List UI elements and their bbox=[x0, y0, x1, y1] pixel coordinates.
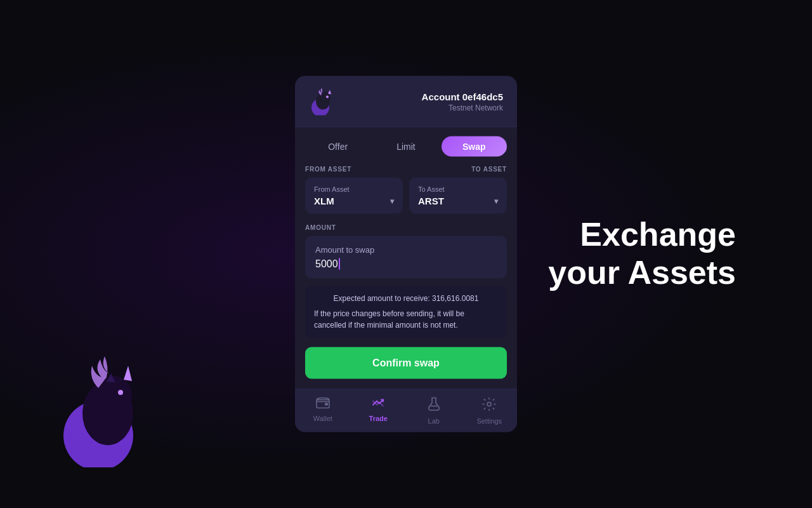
nav-item-settings[interactable]: Settings bbox=[462, 390, 518, 432]
svg-rect-12 bbox=[325, 403, 328, 406]
tab-bar: Offer Limit Swap bbox=[295, 128, 517, 166]
nav-trade-label: Trade bbox=[369, 415, 388, 422]
svg-marker-9 bbox=[328, 90, 331, 95]
main-card: Account 0ef46dc5 Testnet Network Offer L… bbox=[295, 76, 517, 432]
amount-section: AMOUNT Amount to swap 5000 bbox=[295, 219, 517, 279]
asset-labels: FROM ASSET TO ASSET bbox=[305, 166, 507, 173]
app-logo bbox=[309, 88, 337, 116]
svg-point-4 bbox=[118, 390, 123, 395]
logo-area bbox=[51, 353, 165, 470]
amount-value-text: 5000 bbox=[315, 258, 338, 270]
from-asset-label: FROM ASSET bbox=[305, 166, 351, 173]
expected-prefix: Expected amount to receive: bbox=[334, 294, 430, 303]
nav-item-wallet[interactable]: Wallet bbox=[295, 390, 351, 432]
amount-input-title: Amount to swap bbox=[315, 245, 497, 255]
amount-input-box[interactable]: Amount to swap 5000 bbox=[305, 236, 507, 279]
amount-input-value: 5000 bbox=[315, 258, 497, 270]
bottom-nav: Wallet Trade Lab bbox=[295, 389, 517, 432]
account-info: Account 0ef46dc5 Testnet Network bbox=[422, 91, 503, 112]
from-asset-chevron-icon: ▾ bbox=[390, 196, 394, 205]
nav-wallet-label: Wallet bbox=[313, 415, 332, 422]
to-asset-value: ARST ▾ bbox=[418, 196, 498, 206]
account-label: Account 0ef46dc5 bbox=[422, 91, 503, 102]
tab-offer[interactable]: Offer bbox=[305, 137, 370, 157]
nav-lab-label: Lab bbox=[428, 417, 440, 425]
trade-icon bbox=[371, 398, 385, 412]
to-asset-dropdown-label: To Asset bbox=[418, 185, 498, 193]
tagline: Exchange your Assets bbox=[548, 216, 736, 292]
info-box: Expected amount to receive: 316,616.0081… bbox=[305, 286, 507, 338]
nav-settings-label: Settings bbox=[476, 417, 502, 425]
wallet-icon bbox=[316, 398, 330, 412]
to-asset-label: TO ASSET bbox=[471, 166, 507, 173]
svg-point-10 bbox=[326, 96, 329, 98]
lab-icon bbox=[428, 398, 440, 415]
tagline-line1: Exchange bbox=[580, 216, 736, 253]
from-asset-dropdown-label: From Asset bbox=[314, 185, 394, 193]
text-cursor bbox=[339, 258, 340, 270]
nav-item-trade[interactable]: Trade bbox=[351, 390, 407, 432]
tab-limit[interactable]: Limit bbox=[373, 137, 438, 157]
from-asset-ticker: XLM bbox=[314, 196, 334, 206]
to-asset-ticker: ARST bbox=[418, 196, 444, 206]
expected-value: 316,616.0081 bbox=[432, 294, 478, 303]
card-header: Account 0ef46dc5 Testnet Network bbox=[295, 76, 517, 128]
from-asset-value: XLM ▾ bbox=[314, 196, 394, 206]
tagline-line2: your Assets bbox=[548, 254, 736, 291]
warning-text: If the price changes before sending, it … bbox=[314, 308, 498, 331]
confirm-swap-button[interactable]: Confirm swap bbox=[305, 347, 507, 379]
from-asset-dropdown[interactable]: From Asset XLM ▾ bbox=[305, 178, 403, 214]
svg-marker-3 bbox=[124, 366, 132, 381]
amount-label: AMOUNT bbox=[305, 224, 507, 231]
settings-icon bbox=[482, 398, 496, 415]
to-asset-chevron-icon: ▾ bbox=[494, 196, 498, 205]
asset-section: FROM ASSET TO ASSET From Asset XLM ▾ To … bbox=[295, 166, 517, 219]
asset-dropdowns: From Asset XLM ▾ To Asset ARST ▾ bbox=[305, 178, 507, 214]
to-asset-dropdown[interactable]: To Asset ARST ▾ bbox=[409, 178, 507, 214]
expected-amount: Expected amount to receive: 316,616.0081 bbox=[314, 294, 498, 303]
network-label: Testnet Network bbox=[422, 103, 503, 112]
svg-point-13 bbox=[487, 403, 491, 406]
tab-swap[interactable]: Swap bbox=[442, 137, 507, 157]
nav-item-lab[interactable]: Lab bbox=[406, 390, 462, 432]
